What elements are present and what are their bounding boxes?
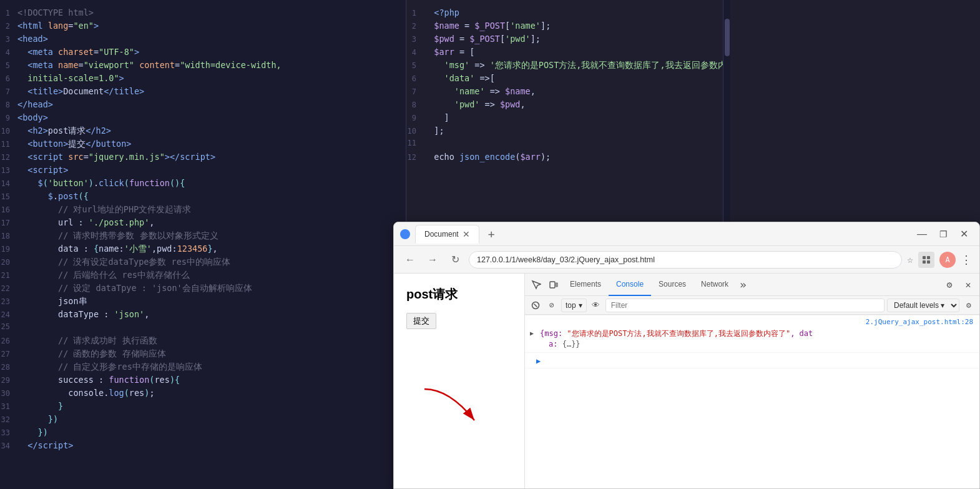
minimize-button[interactable]: — — [912, 228, 932, 240]
editor-line-20: 20 // 没有设定dataType参数 res中的响应体 — [0, 255, 406, 269]
php-line-number-8: 8 — [406, 99, 424, 111]
editor-line-33: 33 }) — [0, 426, 406, 439]
php-line-content-10: ]; — [424, 124, 444, 137]
log-level-select[interactable]: Default levels ▾ — [887, 299, 959, 312]
php-line-number-6: 6 — [406, 73, 424, 85]
line-number-23: 23 — [0, 296, 17, 308]
editor-scrollbar[interactable] — [723, 0, 730, 225]
editor-line-27: 27 // 函数的参数 存储响应体 — [0, 347, 406, 360]
console-output: 2.jQuery_ajax_post.html:28 ▶ {msg: "您请求的… — [525, 315, 979, 488]
inspect-element-icon[interactable] — [527, 276, 545, 294]
editor-line-9: 9<body> — [0, 111, 406, 124]
expand-icon-2[interactable]: ▶ — [536, 357, 544, 365]
forward-button[interactable]: → — [424, 251, 441, 269]
devtools-settings-icon[interactable]: ⚙ — [941, 276, 958, 294]
line-number-30: 30 — [0, 388, 17, 400]
line-number-11: 11 — [0, 139, 17, 151]
tab-elements[interactable]: Elements — [562, 274, 609, 296]
browser-tab[interactable]: Document ✕ — [415, 225, 479, 244]
console-entry-1: ▶ {msg: "您请求的是POST方法,我就不查询数据库了,我去返回参数内容了… — [525, 326, 979, 353]
line-number-33: 33 — [0, 427, 17, 439]
profile-button[interactable]: A — [939, 252, 956, 268]
console-settings-icon[interactable]: ⚙ — [962, 299, 976, 312]
tab-console[interactable]: Console — [609, 274, 651, 296]
line-number-7: 7 — [0, 86, 17, 98]
console-filter-icon[interactable]: ⊘ — [545, 299, 559, 312]
line-content-17: url : './post.php', — [17, 216, 155, 229]
editor-line-3: 3<head> — [0, 32, 406, 46]
reload-button[interactable]: ↻ — [446, 251, 464, 269]
editor-line-19: 19 data : {name:'小雪',pwd:123456}, — [0, 242, 406, 255]
editor-line-10: 10 <h2>post请求</h2> — [0, 124, 406, 137]
tab-sources[interactable]: Sources — [651, 274, 693, 296]
scrollbar-thumb[interactable] — [725, 19, 730, 56]
line-number-17: 17 — [0, 217, 17, 229]
editor-line-12: 12 <script src="jquery.min.js"></script> — [0, 151, 406, 164]
page-submit-button[interactable]: 提交 — [406, 313, 436, 329]
editor-line-15: 15 $.post({ — [0, 190, 406, 203]
line-number-25: 25 — [0, 321, 17, 333]
svg-rect-5 — [550, 282, 555, 288]
php-line-content-12: echo json_encode($arr); — [424, 151, 551, 164]
context-selector[interactable]: top ▾ — [561, 299, 587, 312]
console-entry-continued: a: {…}} — [540, 340, 581, 348]
new-tab-button[interactable]: + — [484, 227, 499, 240]
tab-close-icon[interactable]: ✕ — [463, 229, 470, 239]
browser-more-icon[interactable]: ⋮ — [961, 253, 972, 266]
line-content-12: <script src="jquery.min.js"></script> — [17, 151, 215, 164]
editor-line-1: 1<!DOCTYPE html> — [0, 6, 406, 19]
svg-rect-3 — [923, 260, 926, 264]
browser-favicon — [400, 229, 410, 239]
line-content-22: // 设定 dataTpye : 'json'会自动解析响应体 — [17, 282, 252, 295]
console-filter-input[interactable] — [605, 299, 884, 312]
console-string-val: "您请求的是POST方法,我就不查询数据库了,我去返回参数内容了" — [567, 329, 790, 338]
line-content-8: </head> — [17, 98, 53, 111]
php-line-number-5: 5 — [406, 60, 424, 72]
console-entry-2: ▶ — [525, 353, 979, 368]
php-line-content-5: 'msg' => '您请求的是POST方法,我就不查询数据库了,我去返回参数内容… — [424, 59, 730, 72]
editor-line-2: 2<html lang="en"> — [0, 19, 406, 32]
line-number-20: 20 — [0, 257, 17, 269]
php-line-4: 4 $arr = [ — [406, 46, 730, 59]
line-content-27: // 函数的参数 存储响应体 — [17, 347, 166, 360]
tab-network[interactable]: Network — [693, 274, 736, 296]
restore-button[interactable]: ❐ — [934, 228, 953, 240]
php-panel: 1 <?php2 $name = $_POST['name'];3 $pwd =… — [406, 0, 730, 225]
back-button[interactable]: ← — [401, 251, 419, 269]
file-reference[interactable]: 2.jQuery_ajax_post.html:28 — [525, 315, 979, 326]
line-content-10: <h2>post请求</h2> — [17, 124, 111, 137]
window-close-button[interactable]: ✕ — [955, 228, 973, 240]
php-line-12: 12 echo json_encode($arr); — [406, 151, 730, 164]
svg-line-8 — [534, 304, 537, 307]
editor-line-32: 32 }) — [0, 413, 406, 426]
expand-icon-1[interactable]: ▶ — [530, 330, 537, 337]
line-content-32: }) — [17, 413, 58, 426]
line-number-13: 13 — [0, 165, 17, 177]
php-line-7: 7 'name' => $name, — [406, 85, 730, 98]
svg-rect-2 — [927, 256, 930, 259]
line-number-29: 29 — [0, 375, 17, 387]
url-input[interactable] — [469, 251, 902, 269]
tab-title: Document — [424, 230, 459, 239]
line-number-4: 4 — [0, 47, 17, 59]
php-line-3: 3 $pwd = $_POST['pwd']; — [406, 32, 730, 46]
line-number-24: 24 — [0, 309, 17, 321]
devtools-more-tabs-icon[interactable]: » — [736, 278, 750, 291]
context-dropdown-icon: ▾ — [579, 301, 582, 310]
bookmark-icon[interactable]: ☆ — [907, 254, 913, 265]
line-content-7: <title>Document</title> — [17, 85, 144, 98]
device-toggle-icon[interactable] — [545, 276, 562, 294]
editor-line-7: 7 <title>Document</title> — [0, 85, 406, 98]
console-eye-icon[interactable]: 👁 — [589, 299, 603, 312]
php-line-6: 6 'data' =>[ — [406, 72, 730, 85]
line-content-33: }) — [17, 426, 48, 439]
editor-panel: 1<!DOCTYPE html>2<html lang="en">3<head>… — [0, 0, 406, 489]
line-number-21: 21 — [0, 270, 17, 282]
line-content-4: <meta charset="UTF-8"> — [17, 46, 139, 59]
devtools-close-icon[interactable]: ✕ — [959, 276, 977, 294]
extension-button[interactable] — [918, 252, 934, 268]
editor-line-11: 11 <button>提交</button> — [0, 137, 406, 151]
editor-line-22: 22 // 设定 dataTpye : 'json'会自动解析响应体 — [0, 282, 406, 295]
console-clear-icon[interactable] — [529, 299, 542, 312]
svg-rect-4 — [927, 260, 930, 264]
